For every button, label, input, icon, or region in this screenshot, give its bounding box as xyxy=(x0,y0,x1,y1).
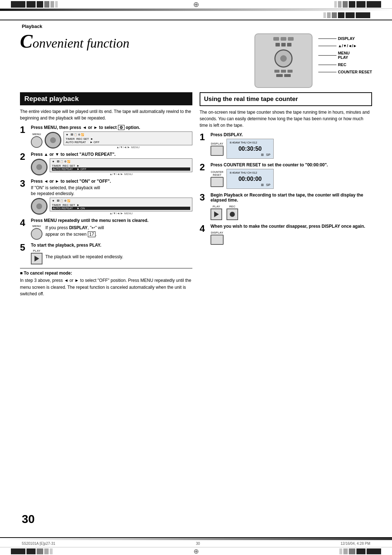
step5-body: The playback will be repeated endlessly. xyxy=(45,254,123,259)
footer-page: 30 xyxy=(196,542,200,546)
page-number: 30 xyxy=(22,513,35,526)
rt-step1-num: 1 xyxy=(200,132,208,142)
step4-note: If you press DISPLAY, "↩" willappear on … xyxy=(45,224,104,238)
step3-body2: be repeated endlessly. xyxy=(31,191,192,196)
rt-step2-num: 2 xyxy=(200,162,208,172)
rt-step3-title: Begin Playback or Recording to start the… xyxy=(211,193,372,203)
nav-label: ▲/▼/◄/► xyxy=(338,44,357,48)
rt-screen1-mode: SP xyxy=(266,153,270,157)
rt-screen1-time: 00:30:50 xyxy=(230,146,270,152)
step3-title: Press ◄ or ► to select "ON" or "OFF". xyxy=(31,179,192,184)
section-label: Playback xyxy=(0,20,392,29)
step4-title: Press MENU repeatedly until the menu scr… xyxy=(31,218,192,223)
step2-title: Press ▲ or ▼ to select "AUTO REPEAT". xyxy=(31,152,192,157)
menu-play-label: MENU PLAY xyxy=(338,51,350,60)
footer-date: 12/16/04, 4:28 PM xyxy=(340,542,370,546)
step4-num: 4 xyxy=(20,218,28,227)
real-time-counter-header: Using the real time tape counter xyxy=(200,92,372,106)
rt-screen1-top: 8:40AM THU CH 012 xyxy=(230,141,257,144)
repeat-playback-header: Repeat playback xyxy=(20,92,192,105)
display-label: DISPLAY xyxy=(338,36,355,41)
step3-body1: If "ON" is selected, the playback will xyxy=(31,185,192,190)
rt-step2-title: Press COUNTER RESET to set the counter t… xyxy=(211,162,372,167)
real-time-desc: The on-screen real time tape counter sho… xyxy=(200,109,372,129)
repeat-playback-desc: The entire video tape will be played unt… xyxy=(20,108,192,121)
step3-num: 3 xyxy=(20,179,28,188)
step5-title: To start the playback, press PLAY. xyxy=(31,243,192,248)
rt-step3-num: 3 xyxy=(200,193,208,202)
cancel-section: ■ To cancel repeat mode: In step 3 above… xyxy=(20,268,192,297)
rec-label: REC xyxy=(338,62,346,67)
rt-step4-title: When you wish to make the counter disapp… xyxy=(211,224,372,229)
counter-reset-label: COUNTER RESET xyxy=(338,70,372,74)
page-title: C onvenient function xyxy=(20,32,130,51)
step1-num: 1 xyxy=(20,125,28,134)
rt-step1-title: Press DISPLAY. xyxy=(211,132,372,137)
rt-screen2-mode: SP xyxy=(266,183,270,187)
rt-step4-num: 4 xyxy=(200,224,208,233)
crosshair-icon: ⊕ xyxy=(193,0,199,9)
step5-num: 5 xyxy=(20,243,28,252)
rt-screen2-time: 00:00:00 xyxy=(230,176,270,182)
step2-num: 2 xyxy=(20,152,28,161)
footer-file-ref: 5S20101A [E]p27-31 xyxy=(22,542,55,546)
rt-screen2-top: 8:40AM THU CH 012 xyxy=(230,171,257,174)
step1-title: Press MENU, then press ◄ or ► to select … xyxy=(31,125,192,130)
